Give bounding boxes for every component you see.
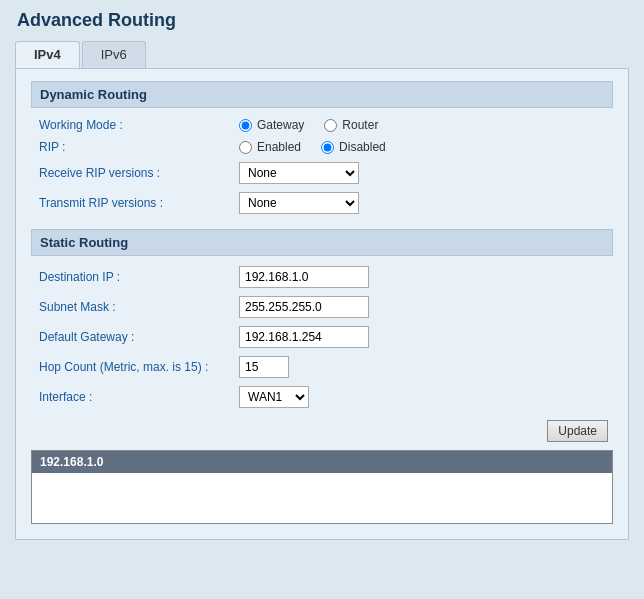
subnet-mask-input[interactable] bbox=[239, 296, 369, 318]
interface-row: Interface : WAN1 WAN2 LAN bbox=[31, 386, 613, 408]
receive-rip-select[interactable]: None bbox=[239, 162, 359, 184]
tabs-container: IPv4 IPv6 bbox=[15, 41, 629, 68]
update-button[interactable]: Update bbox=[547, 420, 608, 442]
table-header: 192.168.1.0 bbox=[32, 451, 612, 473]
page-container: Advanced Routing IPv4 IPv6 Dynamic Routi… bbox=[0, 0, 644, 599]
rip-disabled-label: Disabled bbox=[339, 140, 386, 154]
working-mode-label: Working Mode : bbox=[39, 118, 239, 132]
hop-count-label: Hop Count (Metric, max. is 15) : bbox=[39, 360, 239, 374]
interface-select[interactable]: WAN1 WAN2 LAN bbox=[239, 386, 309, 408]
default-gateway-row: Default Gateway : bbox=[31, 326, 613, 348]
working-mode-row: Working Mode : Gateway Router bbox=[31, 118, 613, 132]
transmit-rip-select[interactable]: None bbox=[239, 192, 359, 214]
transmit-rip-row: Transmit RIP versions : None bbox=[31, 192, 613, 214]
transmit-rip-label: Transmit RIP versions : bbox=[39, 196, 239, 210]
interface-label: Interface : bbox=[39, 390, 239, 404]
tab-ipv6[interactable]: IPv6 bbox=[82, 41, 146, 68]
rip-enabled-label: Enabled bbox=[257, 140, 301, 154]
dynamic-routing-header: Dynamic Routing bbox=[31, 81, 613, 108]
page-title: Advanced Routing bbox=[15, 10, 629, 31]
rip-disabled-radio[interactable] bbox=[321, 141, 334, 154]
table-body bbox=[32, 473, 612, 523]
destination-ip-label: Destination IP : bbox=[39, 270, 239, 284]
default-gateway-label: Default Gateway : bbox=[39, 330, 239, 344]
hop-count-input[interactable] bbox=[239, 356, 289, 378]
subnet-mask-label: Subnet Mask : bbox=[39, 300, 239, 314]
rip-enabled-option[interactable]: Enabled bbox=[239, 140, 301, 154]
rip-enabled-radio[interactable] bbox=[239, 141, 252, 154]
destination-ip-input[interactable] bbox=[239, 266, 369, 288]
router-option[interactable]: Router bbox=[324, 118, 378, 132]
gateway-radio[interactable] bbox=[239, 119, 252, 132]
rip-disabled-option[interactable]: Disabled bbox=[321, 140, 386, 154]
rip-radio-group: Enabled Disabled bbox=[239, 140, 386, 154]
routing-table: 192.168.1.0 bbox=[31, 450, 613, 524]
static-routing-header: Static Routing bbox=[31, 229, 613, 256]
rip-row: RIP : Enabled Disabled bbox=[31, 140, 613, 154]
rip-label: RIP : bbox=[39, 140, 239, 154]
content-area: Dynamic Routing Working Mode : Gateway R… bbox=[15, 68, 629, 540]
router-label: Router bbox=[342, 118, 378, 132]
subnet-mask-row: Subnet Mask : bbox=[31, 296, 613, 318]
receive-rip-row: Receive RIP versions : None bbox=[31, 162, 613, 184]
default-gateway-input[interactable] bbox=[239, 326, 369, 348]
update-row: Update bbox=[31, 420, 613, 442]
destination-ip-row: Destination IP : bbox=[31, 266, 613, 288]
receive-rip-label: Receive RIP versions : bbox=[39, 166, 239, 180]
gateway-option[interactable]: Gateway bbox=[239, 118, 304, 132]
working-mode-radio-group: Gateway Router bbox=[239, 118, 378, 132]
gateway-label: Gateway bbox=[257, 118, 304, 132]
router-radio[interactable] bbox=[324, 119, 337, 132]
hop-count-row: Hop Count (Metric, max. is 15) : bbox=[31, 356, 613, 378]
tab-ipv4[interactable]: IPv4 bbox=[15, 41, 80, 68]
